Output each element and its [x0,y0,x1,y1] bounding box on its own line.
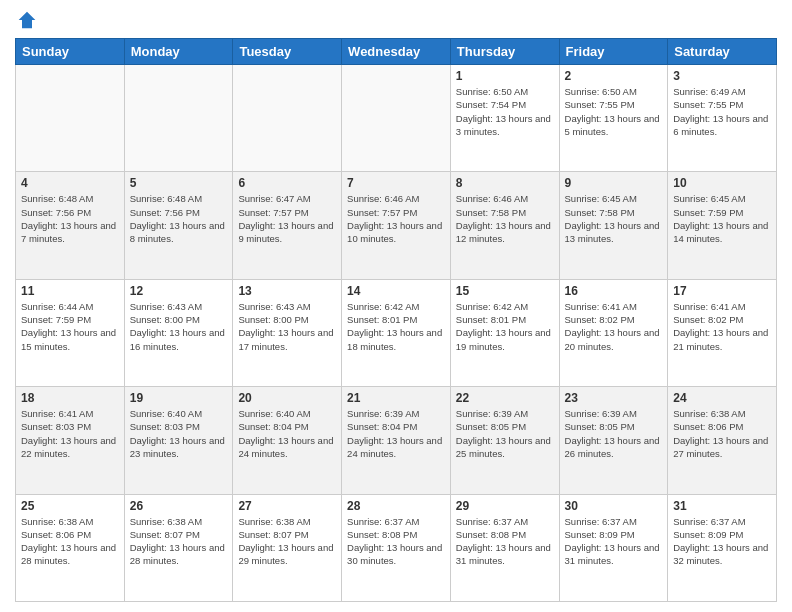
weekday-header-row: SundayMondayTuesdayWednesdayThursdayFrid… [16,39,777,65]
day-info: Sunrise: 6:44 AM Sunset: 7:59 PM Dayligh… [21,300,119,353]
calendar-table: SundayMondayTuesdayWednesdayThursdayFrid… [15,38,777,602]
day-number: 5 [130,176,228,190]
day-info: Sunrise: 6:37 AM Sunset: 8:08 PM Dayligh… [456,515,554,568]
calendar-day-cell: 12Sunrise: 6:43 AM Sunset: 8:00 PM Dayli… [124,279,233,386]
day-number: 28 [347,499,445,513]
calendar-day-cell: 30Sunrise: 6:37 AM Sunset: 8:09 PM Dayli… [559,494,668,601]
day-number: 15 [456,284,554,298]
day-number: 3 [673,69,771,83]
day-number: 7 [347,176,445,190]
day-number: 30 [565,499,663,513]
day-number: 18 [21,391,119,405]
calendar-week-row: 25Sunrise: 6:38 AM Sunset: 8:06 PM Dayli… [16,494,777,601]
logo-icon [17,10,37,30]
day-number: 1 [456,69,554,83]
day-info: Sunrise: 6:43 AM Sunset: 8:00 PM Dayligh… [238,300,336,353]
day-number: 16 [565,284,663,298]
day-info: Sunrise: 6:40 AM Sunset: 8:04 PM Dayligh… [238,407,336,460]
calendar-day-cell: 14Sunrise: 6:42 AM Sunset: 8:01 PM Dayli… [342,279,451,386]
header [15,10,777,30]
calendar-day-cell: 13Sunrise: 6:43 AM Sunset: 8:00 PM Dayli… [233,279,342,386]
day-info: Sunrise: 6:40 AM Sunset: 8:03 PM Dayligh… [130,407,228,460]
day-number: 31 [673,499,771,513]
calendar-day-cell: 29Sunrise: 6:37 AM Sunset: 8:08 PM Dayli… [450,494,559,601]
day-info: Sunrise: 6:47 AM Sunset: 7:57 PM Dayligh… [238,192,336,245]
calendar-day-cell: 16Sunrise: 6:41 AM Sunset: 8:02 PM Dayli… [559,279,668,386]
calendar-day-cell: 2Sunrise: 6:50 AM Sunset: 7:55 PM Daylig… [559,65,668,172]
day-number: 23 [565,391,663,405]
calendar-day-cell: 18Sunrise: 6:41 AM Sunset: 8:03 PM Dayli… [16,387,125,494]
calendar-day-cell: 5Sunrise: 6:48 AM Sunset: 7:56 PM Daylig… [124,172,233,279]
day-info: Sunrise: 6:37 AM Sunset: 8:09 PM Dayligh… [673,515,771,568]
calendar-day-cell [124,65,233,172]
weekday-header-saturday: Saturday [668,39,777,65]
day-info: Sunrise: 6:42 AM Sunset: 8:01 PM Dayligh… [456,300,554,353]
day-number: 19 [130,391,228,405]
calendar-day-cell [233,65,342,172]
day-info: Sunrise: 6:46 AM Sunset: 7:57 PM Dayligh… [347,192,445,245]
calendar-week-row: 4Sunrise: 6:48 AM Sunset: 7:56 PM Daylig… [16,172,777,279]
day-number: 17 [673,284,771,298]
day-number: 12 [130,284,228,298]
calendar-day-cell: 21Sunrise: 6:39 AM Sunset: 8:04 PM Dayli… [342,387,451,494]
calendar-day-cell: 19Sunrise: 6:40 AM Sunset: 8:03 PM Dayli… [124,387,233,494]
day-info: Sunrise: 6:50 AM Sunset: 7:55 PM Dayligh… [565,85,663,138]
calendar-day-cell: 25Sunrise: 6:38 AM Sunset: 8:06 PM Dayli… [16,494,125,601]
day-number: 21 [347,391,445,405]
day-number: 27 [238,499,336,513]
weekday-header-sunday: Sunday [16,39,125,65]
calendar-day-cell: 31Sunrise: 6:37 AM Sunset: 8:09 PM Dayli… [668,494,777,601]
day-number: 2 [565,69,663,83]
weekday-header-friday: Friday [559,39,668,65]
day-number: 8 [456,176,554,190]
day-info: Sunrise: 6:41 AM Sunset: 8:02 PM Dayligh… [565,300,663,353]
day-info: Sunrise: 6:46 AM Sunset: 7:58 PM Dayligh… [456,192,554,245]
calendar-day-cell: 9Sunrise: 6:45 AM Sunset: 7:58 PM Daylig… [559,172,668,279]
calendar-week-row: 18Sunrise: 6:41 AM Sunset: 8:03 PM Dayli… [16,387,777,494]
calendar-day-cell: 7Sunrise: 6:46 AM Sunset: 7:57 PM Daylig… [342,172,451,279]
day-info: Sunrise: 6:48 AM Sunset: 7:56 PM Dayligh… [130,192,228,245]
day-number: 9 [565,176,663,190]
day-info: Sunrise: 6:43 AM Sunset: 8:00 PM Dayligh… [130,300,228,353]
day-number: 4 [21,176,119,190]
day-number: 26 [130,499,228,513]
day-info: Sunrise: 6:38 AM Sunset: 8:07 PM Dayligh… [238,515,336,568]
calendar-day-cell: 6Sunrise: 6:47 AM Sunset: 7:57 PM Daylig… [233,172,342,279]
day-info: Sunrise: 6:42 AM Sunset: 8:01 PM Dayligh… [347,300,445,353]
day-info: Sunrise: 6:39 AM Sunset: 8:05 PM Dayligh… [456,407,554,460]
day-info: Sunrise: 6:38 AM Sunset: 8:06 PM Dayligh… [673,407,771,460]
day-info: Sunrise: 6:41 AM Sunset: 8:02 PM Dayligh… [673,300,771,353]
weekday-header-thursday: Thursday [450,39,559,65]
day-number: 20 [238,391,336,405]
day-info: Sunrise: 6:49 AM Sunset: 7:55 PM Dayligh… [673,85,771,138]
weekday-header-tuesday: Tuesday [233,39,342,65]
calendar-day-cell: 28Sunrise: 6:37 AM Sunset: 8:08 PM Dayli… [342,494,451,601]
day-info: Sunrise: 6:39 AM Sunset: 8:05 PM Dayligh… [565,407,663,460]
svg-marker-0 [19,12,36,29]
weekday-header-wednesday: Wednesday [342,39,451,65]
day-number: 10 [673,176,771,190]
day-info: Sunrise: 6:45 AM Sunset: 7:59 PM Dayligh… [673,192,771,245]
day-info: Sunrise: 6:37 AM Sunset: 8:09 PM Dayligh… [565,515,663,568]
calendar-day-cell: 20Sunrise: 6:40 AM Sunset: 8:04 PM Dayli… [233,387,342,494]
calendar-day-cell: 23Sunrise: 6:39 AM Sunset: 8:05 PM Dayli… [559,387,668,494]
calendar-day-cell: 4Sunrise: 6:48 AM Sunset: 7:56 PM Daylig… [16,172,125,279]
day-number: 25 [21,499,119,513]
day-info: Sunrise: 6:39 AM Sunset: 8:04 PM Dayligh… [347,407,445,460]
day-number: 29 [456,499,554,513]
logo [15,10,39,30]
calendar-day-cell: 22Sunrise: 6:39 AM Sunset: 8:05 PM Dayli… [450,387,559,494]
day-info: Sunrise: 6:45 AM Sunset: 7:58 PM Dayligh… [565,192,663,245]
calendar-day-cell: 15Sunrise: 6:42 AM Sunset: 8:01 PM Dayli… [450,279,559,386]
day-number: 22 [456,391,554,405]
weekday-header-monday: Monday [124,39,233,65]
calendar-day-cell: 3Sunrise: 6:49 AM Sunset: 7:55 PM Daylig… [668,65,777,172]
calendar-week-row: 11Sunrise: 6:44 AM Sunset: 7:59 PM Dayli… [16,279,777,386]
day-info: Sunrise: 6:37 AM Sunset: 8:08 PM Dayligh… [347,515,445,568]
calendar-day-cell: 8Sunrise: 6:46 AM Sunset: 7:58 PM Daylig… [450,172,559,279]
calendar-day-cell [342,65,451,172]
day-info: Sunrise: 6:41 AM Sunset: 8:03 PM Dayligh… [21,407,119,460]
calendar-day-cell: 17Sunrise: 6:41 AM Sunset: 8:02 PM Dayli… [668,279,777,386]
day-info: Sunrise: 6:50 AM Sunset: 7:54 PM Dayligh… [456,85,554,138]
calendar-week-row: 1Sunrise: 6:50 AM Sunset: 7:54 PM Daylig… [16,65,777,172]
